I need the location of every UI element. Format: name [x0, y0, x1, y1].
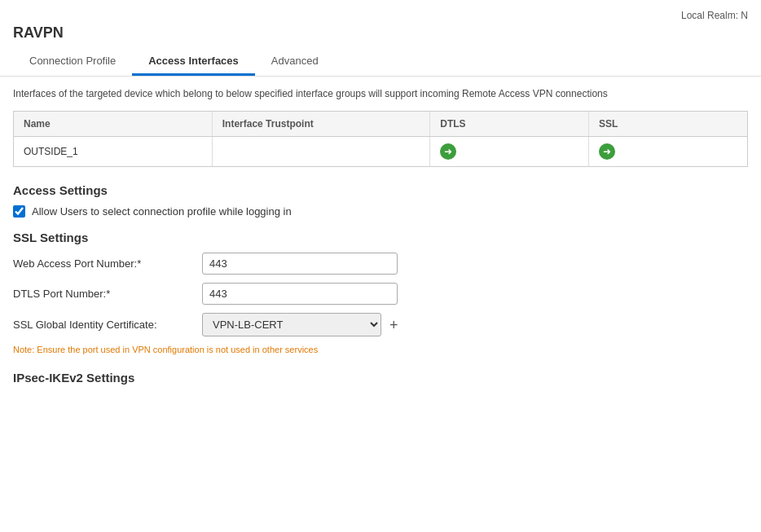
main-content: Interfaces of the targeted device which …	[0, 77, 761, 394]
web-access-port-label: Web Access Port Number:*	[13, 257, 192, 270]
local-realm-label: Local Realm: N	[681, 10, 748, 21]
col-header-dtls: DTLS	[430, 112, 589, 137]
web-access-port-row: Web Access Port Number:*	[13, 253, 748, 275]
ssl-settings-title: SSL Settings	[13, 231, 748, 244]
col-header-trustpoint: Interface Trustpoint	[212, 112, 430, 137]
allow-profile-selection-row: Allow Users to select connection profile…	[13, 205, 748, 218]
ssl-cert-select[interactable]: VPN-LB-CERT	[202, 313, 381, 336]
cell-ssl: ➜	[588, 137, 747, 167]
ssl-settings-section: SSL Settings Web Access Port Number:* DT…	[13, 231, 748, 354]
tab-advanced[interactable]: Advanced	[255, 48, 335, 76]
dtls-arrow-icon: ➜	[440, 143, 456, 160]
ssl-note: Note: Ensure the port used in VPN config…	[13, 345, 748, 354]
ssl-cert-select-wrap: VPN-LB-CERT +	[202, 313, 402, 336]
description-text: Interfaces of the targeted device which …	[13, 86, 748, 101]
interfaces-table: Name Interface Trustpoint DTLS SSL OUTSI…	[14, 112, 747, 166]
ssl-cert-row: SSL Global Identity Certificate: VPN-LB-…	[13, 313, 748, 336]
page-title: RAVPN	[13, 24, 748, 42]
tab-connection-profile[interactable]: Connection Profile	[13, 48, 132, 76]
ssl-arrow-icon: ➜	[599, 143, 615, 160]
allow-profile-label: Allow Users to select connection profile…	[32, 205, 292, 218]
table-row: OUTSIDE_1 ➜ ➜	[14, 137, 747, 167]
dtls-port-input[interactable]	[202, 283, 398, 305]
cell-name: OUTSIDE_1	[14, 137, 212, 167]
add-cert-button[interactable]: +	[386, 316, 402, 334]
allow-profile-checkbox[interactable]	[13, 205, 25, 218]
web-access-port-input[interactable]	[202, 253, 398, 275]
tab-bar: Connection Profile Access Interfaces Adv…	[13, 48, 748, 76]
ipsec-settings-title: IPsec-IKEv2 Settings	[13, 371, 748, 385]
cell-trustpoint	[212, 137, 430, 167]
interfaces-table-container: Name Interface Trustpoint DTLS SSL OUTSI…	[13, 111, 748, 167]
access-settings-title: Access Settings	[13, 183, 748, 197]
col-header-name: Name	[14, 112, 212, 137]
ssl-cert-label: SSL Global Identity Certificate:	[13, 319, 192, 331]
tab-access-interfaces[interactable]: Access Interfaces	[132, 48, 255, 76]
dtls-port-label: DTLS Port Number:*	[13, 288, 192, 300]
dtls-port-row: DTLS Port Number:*	[13, 283, 748, 305]
cell-dtls: ➜	[430, 137, 589, 167]
top-right-info: Local Realm: N	[13, 10, 748, 21]
col-header-ssl: SSL	[588, 112, 747, 137]
